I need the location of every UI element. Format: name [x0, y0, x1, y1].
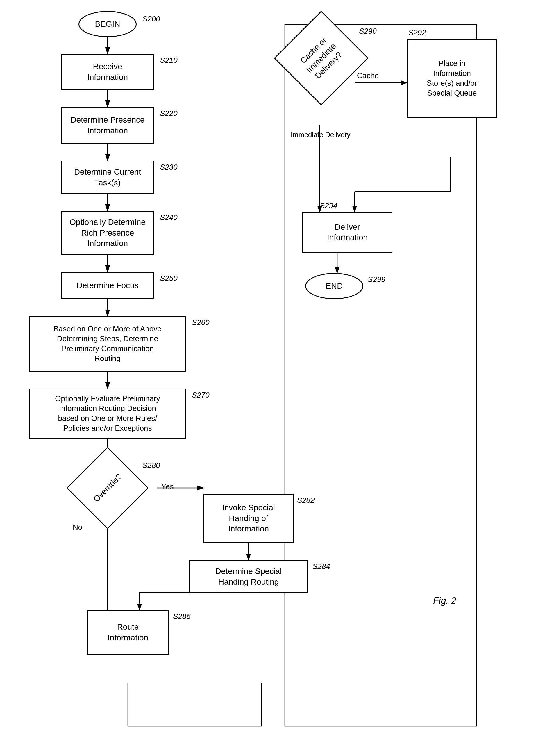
step-s290: S290: [359, 27, 377, 36]
yes-label: Yes: [161, 482, 173, 491]
s286-label: RouteInformation: [107, 622, 148, 643]
s260-node: Based on One or More of AboveDetermining…: [29, 316, 186, 372]
s294-label: DeliverInformation: [327, 222, 368, 243]
s286-node: RouteInformation: [87, 610, 168, 655]
s299-node: END: [305, 273, 363, 299]
step-s292: S292: [408, 28, 426, 37]
s210-node: ReceiveInformation: [61, 54, 154, 90]
begin-node: BEGIN: [78, 11, 137, 37]
s230-label: Determine CurrentTask(s): [74, 167, 141, 188]
step-s200: S200: [142, 15, 160, 24]
s270-node: Optionally Evaluate PreliminaryInformati…: [29, 389, 186, 439]
step-s230: S230: [160, 163, 177, 172]
s270-label: Optionally Evaluate PreliminaryInformati…: [55, 394, 160, 433]
step-s284: S284: [313, 562, 330, 571]
s250-label: Determine Focus: [76, 280, 138, 291]
fig-label: Fig. 2: [433, 595, 456, 606]
s280-node: Override?: [78, 459, 137, 517]
diagram-container: BEGIN S200 ReceiveInformation S210 Deter…: [0, 0, 545, 756]
s290-node: Cache orImmediateDelivery?: [288, 25, 355, 91]
s292-node: Place inInformationStore(s) and/orSpecia…: [407, 39, 497, 118]
no-label: No: [73, 523, 82, 532]
step-s260: S260: [192, 318, 209, 327]
s250-node: Determine Focus: [61, 272, 154, 299]
cache-label: Cache: [357, 71, 379, 80]
end-label: END: [326, 281, 343, 291]
immediate-delivery-label: Immediate Delivery: [291, 131, 350, 139]
s284-node: Determine SpecialHanding Routing: [189, 560, 308, 593]
step-s270: S270: [192, 391, 209, 400]
s220-node: Determine PresenceInformation: [61, 107, 154, 144]
svg-rect-24: [285, 25, 477, 726]
begin-label: BEGIN: [95, 19, 120, 29]
s282-label: Invoke SpecialHanding ofInformation: [222, 502, 275, 534]
s294-node: DeliverInformation: [302, 212, 392, 253]
step-s282: S282: [297, 496, 315, 505]
s220-label: Determine PresenceInformation: [70, 115, 144, 136]
s240-node: Optionally DetermineRich PresenceInforma…: [61, 211, 154, 255]
s230-node: Determine CurrentTask(s): [61, 161, 154, 194]
s240-label: Optionally DetermineRich PresenceInforma…: [69, 217, 145, 249]
s210-label: ReceiveInformation: [87, 61, 128, 82]
s284-label: Determine SpecialHanding Routing: [215, 566, 282, 587]
s260-label: Based on One or More of AboveDetermining…: [53, 324, 161, 363]
step-s286: S286: [173, 612, 191, 621]
s282-node: Invoke SpecialHanding ofInformation: [203, 494, 294, 543]
step-s210: S210: [160, 56, 177, 65]
step-s280: S280: [142, 461, 160, 470]
step-s250: S250: [160, 274, 177, 283]
step-s299: S299: [368, 275, 386, 284]
step-s240: S240: [160, 213, 177, 222]
step-s220: S220: [160, 109, 177, 118]
s292-label: Place inInformationStore(s) and/orSpecia…: [427, 59, 477, 98]
step-s294: S294: [320, 201, 338, 210]
